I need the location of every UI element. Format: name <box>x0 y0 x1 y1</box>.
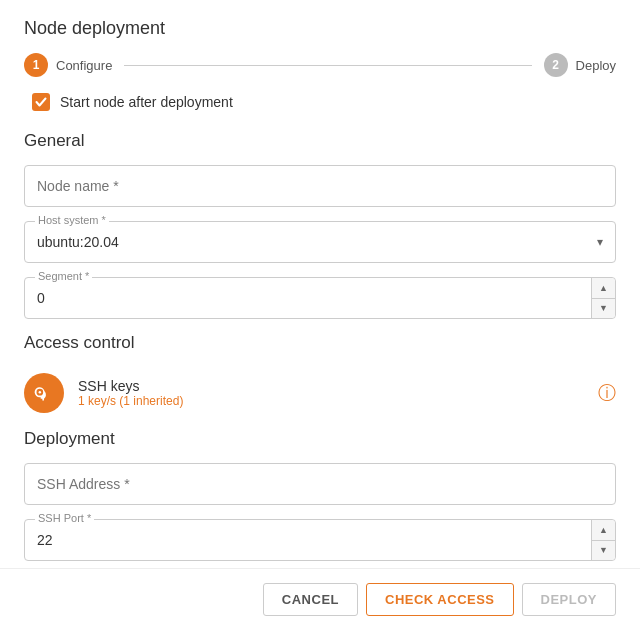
ssh-port-wrapper: SSH Port * ▲ ▼ <box>24 519 616 561</box>
page-title: Node deployment <box>0 0 640 53</box>
node-name-input[interactable] <box>24 165 616 207</box>
segment-spinners: ▲ ▼ <box>591 278 615 318</box>
segment-down-button[interactable]: ▼ <box>592 299 615 319</box>
ssh-address-input[interactable] <box>24 463 616 505</box>
help-icon[interactable]: ⓘ <box>598 381 616 405</box>
ssh-keys-subtitle: 1 key/s (1 inherited) <box>78 394 584 408</box>
step-divider <box>124 65 531 66</box>
ssh-key-icon <box>24 373 64 413</box>
host-system-group: Host system * ubuntu:20.04 ubuntu:18.04 … <box>24 221 616 263</box>
step-1: 1 Configure <box>24 53 112 77</box>
node-name-group <box>24 165 616 207</box>
deployment-section-title: Deployment <box>24 429 616 449</box>
ssh-port-group: SSH Port * ▲ ▼ <box>24 519 616 561</box>
ssh-port-number-wrapper: ▲ ▼ <box>25 520 615 560</box>
segment-input[interactable] <box>25 278 615 318</box>
host-system-select-wrapper: ubuntu:20.04 ubuntu:18.04 centos:7 ▾ <box>25 222 615 262</box>
general-section-title: General <box>24 131 616 151</box>
access-control-section-title: Access control <box>24 333 616 353</box>
step-1-circle: 1 <box>24 53 48 77</box>
ssh-port-spinners: ▲ ▼ <box>591 520 615 560</box>
host-system-wrapper: Host system * ubuntu:20.04 ubuntu:18.04 … <box>24 221 616 263</box>
start-node-label: Start node after deployment <box>60 94 233 110</box>
ssh-port-down-button[interactable]: ▼ <box>592 541 615 561</box>
segment-up-button[interactable]: ▲ <box>592 278 615 299</box>
ssh-keys-item: SSH keys 1 key/s (1 inherited) ⓘ <box>24 367 616 419</box>
step-2-circle: 2 <box>544 53 568 77</box>
segment-wrapper: Segment * ▲ ▼ <box>24 277 616 319</box>
cancel-button[interactable]: CANCEL <box>263 583 358 616</box>
content-area: Start node after deployment General Host… <box>0 93 640 568</box>
page-container: Node deployment 1 Configure 2 Deploy Sta… <box>0 0 640 630</box>
start-node-row: Start node after deployment <box>24 93 616 111</box>
stepper: 1 Configure 2 Deploy <box>0 53 640 93</box>
host-system-select[interactable]: ubuntu:20.04 ubuntu:18.04 centos:7 <box>25 222 615 262</box>
step-1-label: Configure <box>56 58 112 73</box>
step-2-label: Deploy <box>576 58 616 73</box>
segment-number-wrapper: ▲ ▼ <box>25 278 615 318</box>
ssh-keys-title: SSH keys <box>78 378 584 394</box>
ssh-keys-info: SSH keys 1 key/s (1 inherited) <box>78 378 584 408</box>
svg-point-0 <box>39 391 42 394</box>
ssh-port-up-button[interactable]: ▲ <box>592 520 615 541</box>
ssh-port-input[interactable] <box>25 520 615 560</box>
check-access-button[interactable]: CHECK ACCESS <box>366 583 514 616</box>
start-node-checkbox[interactable] <box>32 93 50 111</box>
step-2: 2 Deploy <box>544 53 616 77</box>
segment-group: Segment * ▲ ▼ <box>24 277 616 319</box>
ssh-address-group <box>24 463 616 505</box>
deploy-button[interactable]: DEPLOY <box>522 583 616 616</box>
footer: CANCEL CHECK ACCESS DEPLOY <box>0 568 640 630</box>
